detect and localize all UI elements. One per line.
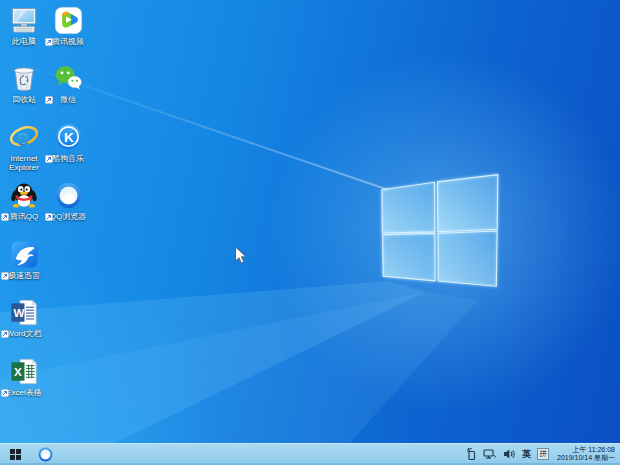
wallpaper-logo-glow [0, 0, 620, 465]
desktop-icon-qq-browser[interactable]: QQ浏览器 [46, 180, 90, 221]
recycle-bin-icon [8, 63, 40, 94]
shortcut-arrow-icon [1, 389, 9, 397]
clock-time: 上午 11:26:08 [557, 446, 615, 455]
this-pc-icon [8, 5, 40, 36]
clock-date: 2019/10/14 星期一 [557, 454, 615, 463]
shortcut-arrow-icon [45, 38, 53, 46]
excel-letter: X [14, 365, 22, 378]
desktop-icon-tencent-qq[interactable]: 腾讯QQ [2, 180, 46, 221]
icon-label: Internet Explorer [2, 154, 46, 172]
mouse-cursor [234, 246, 247, 265]
desktop-icon-excel[interactable]: X Excel表格 [2, 356, 46, 397]
ime-mode-icon[interactable]: 拼 [537, 448, 549, 460]
internet-explorer-icon: e [8, 122, 40, 153]
kugou-music-icon: K [52, 122, 84, 153]
desktop-icon-internet-explorer[interactable]: e Internet Explorer [2, 122, 46, 172]
desktop-icon-tencent-video[interactable]: 腾讯视频 [46, 5, 90, 46]
network-icon[interactable] [483, 448, 497, 460]
windows-start-icon [10, 449, 21, 460]
desktop-icon-this-pc[interactable]: 此电脑 [2, 5, 46, 46]
thunder-icon [8, 239, 40, 270]
icon-label: 回收站 [2, 95, 46, 104]
word-letter: W [14, 306, 25, 319]
desktop-icon-wechat[interactable]: 微信 [46, 63, 90, 104]
taskbar: 英 拼 上午 11:26:08 2019/10/14 星期一 [0, 443, 620, 465]
tencent-qq-icon [8, 180, 40, 211]
kugou-letter: K [64, 130, 74, 145]
wechat-icon [52, 63, 84, 94]
windows-logo [378, 171, 502, 291]
volume-icon[interactable] [503, 448, 516, 460]
wallpaper-corner-glow [0, 0, 620, 465]
qq-browser-taskbar-icon [37, 446, 54, 463]
start-button[interactable] [0, 443, 30, 465]
desktop-icon-recycle-bin[interactable]: 回收站 [2, 63, 46, 104]
taskbar-clock[interactable]: 上午 11:26:08 2019/10/14 星期一 [555, 446, 615, 463]
desktop-icon-word[interactable]: W Word文档 [2, 297, 46, 338]
desktop-icon-kugou-music[interactable]: K 酷狗音乐 [46, 122, 90, 163]
language-indicator[interactable]: 英 [522, 448, 531, 461]
excel-icon: X [8, 356, 40, 387]
svg-text:e: e [16, 125, 29, 151]
shortcut-arrow-icon [1, 213, 9, 221]
shortcut-arrow-icon [45, 155, 53, 163]
shortcut-arrow-icon [45, 213, 53, 221]
shortcut-arrow-icon [1, 272, 9, 280]
wallpaper-light-beam [0, 0, 620, 465]
qq-browser-icon [52, 180, 84, 211]
tencent-video-icon [52, 5, 84, 36]
system-tray: 英 拼 上午 11:26:08 2019/10/14 星期一 [466, 446, 620, 463]
windows-desktop: 此电脑 腾讯视频 [0, 0, 620, 465]
shortcut-arrow-icon [1, 330, 9, 338]
word-icon: W [8, 297, 40, 328]
safely-remove-hardware-icon[interactable] [466, 448, 477, 461]
icon-label: 此电脑 [2, 37, 46, 46]
taskbar-qq-browser-button[interactable] [30, 443, 60, 465]
desktop-icon-thunder[interactable]: 极速迅雷 [2, 239, 46, 280]
wallpaper-light-beam-soft [0, 0, 620, 465]
shortcut-arrow-icon [45, 96, 53, 104]
